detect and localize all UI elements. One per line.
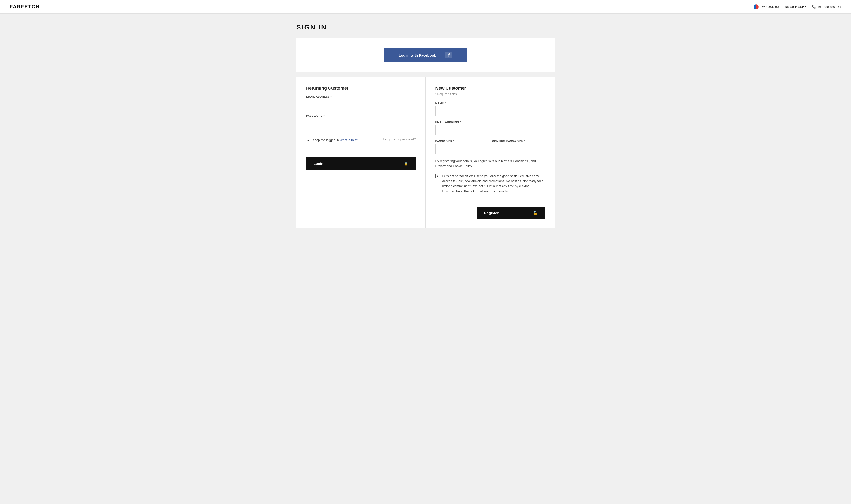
region-selector[interactable]: TW / USD ($) xyxy=(754,4,779,9)
facebook-button-label: Log in with Facebook xyxy=(399,53,436,57)
required-note: * Required fields xyxy=(435,92,545,96)
facebook-icon: f xyxy=(446,52,452,58)
new-customer-title: New Customer xyxy=(435,86,545,91)
register-button-label: Register xyxy=(484,211,499,215)
page-content: SIGN IN Log in with Facebook f Returning… xyxy=(291,14,560,242)
site-header: FARFETCH TW / USD ($) NEED HELP? 📞 +61 4… xyxy=(0,0,851,14)
site-logo: FARFETCH xyxy=(10,4,40,10)
register-button[interactable]: Register 🔒 xyxy=(477,207,545,219)
login-button[interactable]: Login 🔒 xyxy=(306,157,416,169)
region-text: TW / USD ($) xyxy=(760,5,779,8)
marketing-checkbox[interactable] xyxy=(435,174,439,178)
new-customer-section: New Customer * Required fields NAME * EM… xyxy=(426,77,555,228)
facebook-login-button[interactable]: Log in with Facebook f xyxy=(384,48,467,62)
new-email-label: EMAIL ADDRESS * xyxy=(435,121,545,124)
new-password-label: PASSWORD * xyxy=(435,140,488,143)
login-button-label: Login xyxy=(313,161,323,165)
facebook-section: Log in with Facebook f xyxy=(296,38,555,72)
confirm-password-input[interactable] xyxy=(492,144,545,154)
page-title: SIGN IN xyxy=(296,23,555,31)
what-is-this-link[interactable]: What is this? xyxy=(340,138,358,142)
register-area: Register 🔒 xyxy=(435,200,545,219)
phone-section: 📞 +61 488 839 167 xyxy=(812,5,841,8)
returning-customer-section: Returning Customer EMAIL ADDRESS * PASSW… xyxy=(296,77,426,228)
confirm-password-label: CONFIRM PASSWORD * xyxy=(492,140,545,143)
header-right: TW / USD ($) NEED HELP? 📞 +61 488 839 16… xyxy=(754,4,841,9)
marketing-text: Let's get personal! We'll send you only … xyxy=(442,174,545,194)
password-fields: PASSWORD * CONFIRM PASSWORD * xyxy=(435,135,545,154)
name-label: NAME * xyxy=(435,102,545,105)
password-label: PASSWORD * xyxy=(306,114,416,117)
email-label: EMAIL ADDRESS * xyxy=(306,95,416,98)
phone-number: +61 488 839 167 xyxy=(817,5,841,8)
forms-section: Returning Customer EMAIL ADDRESS * PASSW… xyxy=(296,77,555,228)
register-lock-icon: 🔒 xyxy=(533,211,538,215)
marketing-row: Let's get personal! We'll send you only … xyxy=(435,174,545,194)
globe-icon xyxy=(754,4,759,9)
keep-logged-checkbox[interactable] xyxy=(306,138,310,142)
sign-in-extras: Keep me logged in What is this? Forgot y… xyxy=(306,133,416,143)
returning-customer-title: Returning Customer xyxy=(306,86,416,91)
new-password-input[interactable] xyxy=(435,144,488,154)
phone-icon: 📞 xyxy=(812,5,816,8)
lock-icon: 🔒 xyxy=(403,161,409,166)
agreement-text: By registering your details, you agree w… xyxy=(435,159,545,169)
new-name-input[interactable] xyxy=(435,106,545,116)
forgot-password-link[interactable]: Forgot your password? xyxy=(383,138,416,141)
new-email-input[interactable] xyxy=(435,125,545,135)
returning-password-input[interactable] xyxy=(306,119,416,129)
keep-logged-row: Keep me logged in What is this? xyxy=(306,138,358,143)
returning-email-input[interactable] xyxy=(306,100,416,110)
keep-logged-label: Keep me logged in xyxy=(312,138,339,142)
need-help-link[interactable]: NEED HELP? xyxy=(785,5,806,8)
